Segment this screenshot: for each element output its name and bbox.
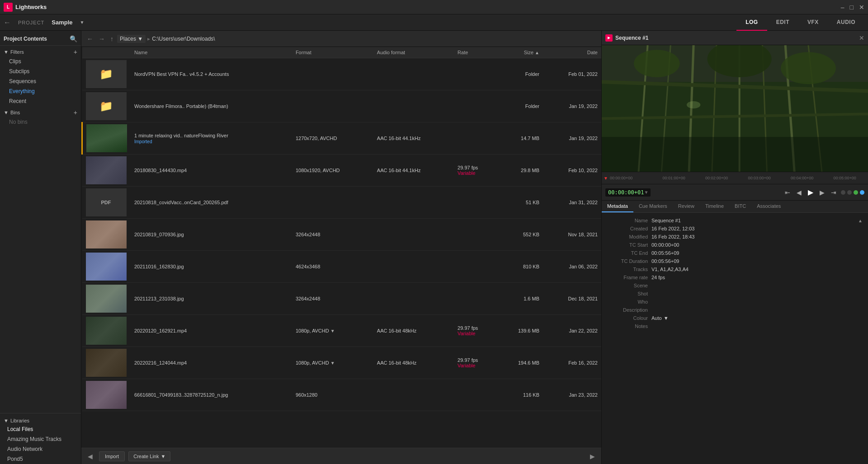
sidebar-item-clips[interactable]: Clips [0,56,81,66]
table-row[interactable]: 20211016_162830.jpg 4624x3468 810 KB Jan… [82,251,602,283]
file-name: 20220216_124044.mp4 [131,347,292,379]
scroll-right-button[interactable]: ▶ [587,452,598,461]
tab-audio[interactable]: AUDIO [828,14,864,31]
col-size[interactable]: Size ▲ [498,47,543,58]
video-preview[interactable] [602,45,868,172]
path-display: Places ▼ ▸ C:\Users\user\Downloads\ [117,35,215,43]
play-button[interactable]: ▶ [806,187,815,197]
table-row[interactable]: 20220216_124044.mp4 1080p, AVCHD ▼ AAC 1… [82,347,602,379]
table-row[interactable]: PDF 20210818_covidVacc..onCard_200265.pd… [82,187,602,219]
meta-value-name[interactable]: Sequence #1 [651,218,854,223]
scroll-left-button[interactable]: ◀ [85,452,95,461]
table-row[interactable]: 66616801_70499183..32878725120_n.jpg 960… [82,379,602,411]
col-date[interactable]: Date [543,47,601,58]
create-link-button[interactable]: Create Link ▼ [128,451,170,461]
file-audio [373,379,454,411]
file-table-container[interactable]: Name Format Audio format Rate Size [81,47,601,448]
tab-metadata[interactable]: Metadata [602,201,633,212]
meta-value-tc-end[interactable]: 00:05:56+09 [651,250,863,256]
file-format: 4624x3468 [292,251,373,283]
ruler-mark-2: 00:02:00+00 [695,176,738,180]
file-date: Jan 19, 2022 [543,90,601,122]
main-layout: Project Contents 🔍 ▼ Filters + Clips Sub… [0,31,868,464]
file-rate: 29.97 fps Variable [454,315,498,347]
table-row[interactable]: 📁 Wondershare Filmora.. Portable) (B4tma… [82,90,602,122]
ruler-mark-1: 00:01:00+00 [652,176,695,180]
go-to-end-button[interactable]: ⇥ [829,188,838,197]
sequence-title: Sequence #1 [615,35,856,41]
col-name[interactable]: Name [131,47,292,58]
libraries-label[interactable]: Libraries [10,418,29,423]
tab-cue-markers[interactable]: Cue Markers [633,201,673,212]
filters-arrow: ▼ [4,49,9,55]
project-name[interactable]: Sample [52,19,72,26]
pdf-icon: PDF [101,200,111,205]
file-table: Name Format Audio format Rate Size [81,47,601,411]
meta-row-frame-rate: Frame rate 24 fps [602,273,868,281]
app-logo-icon: L [4,3,13,12]
tab-associates[interactable]: Associates [751,201,786,212]
table-row[interactable]: 1 minute relaxing vid.. natureFlowing Ri… [82,122,602,155]
ruler-mark-3: 00:03:00+00 [738,176,781,180]
colour-dropdown-icon[interactable]: ▼ [664,315,669,321]
project-dropdown-icon[interactable]: ▼ [80,20,85,25]
sidebar-item-subclips[interactable]: Subclips [0,66,81,76]
library-item-pond5[interactable]: Pond5 [0,454,81,464]
nav-back-button[interactable]: ← [85,34,95,43]
meta-label-modified: Modified [607,234,648,239]
maximize-button[interactable]: □ [850,4,854,11]
back-icon[interactable]: ← [4,19,11,27]
meta-content: Name Sequence #1 ▲ Created 16 Feb 2022, … [602,213,868,464]
file-date: Feb 16, 2022 [543,347,601,379]
meta-label-tc-end: TC End [607,250,648,256]
sidebar-item-everything[interactable]: Everything [0,86,81,96]
bins-label[interactable]: Bins [10,110,20,115]
thumb-cell [82,347,131,379]
file-name: 20220120_162921.mp4 [131,315,292,347]
tab-edit[interactable]: EDIT [767,14,798,31]
nav-forward-button[interactable]: → [97,34,107,43]
indicator-2 [847,190,852,195]
table-row[interactable]: 20210819_070936.jpg 3264x2448 552 KB Nov… [82,219,602,251]
timecode-display[interactable]: 00:00:00+01 ▼ [605,188,651,197]
sidebar-item-recent[interactable]: Recent [0,96,81,106]
meta-collapse-icon[interactable]: ▲ [858,218,863,223]
step-back-button[interactable]: ◀ [795,188,803,197]
col-format[interactable]: Format [292,47,373,58]
file-size: 194.6 MB [498,347,543,379]
library-item-audio-network[interactable]: Audio Network [0,444,81,454]
col-rate[interactable]: Rate [454,47,498,58]
col-audio-format[interactable]: Audio format [373,47,454,58]
go-to-start-button[interactable]: ⇤ [783,188,792,197]
places-dropdown[interactable]: Places ▼ [117,35,146,43]
library-item-local-files[interactable]: Local Files [0,424,81,434]
tab-vfx[interactable]: VFX [798,14,828,31]
meta-value-tc-start[interactable]: 00:00:00+00 [651,242,863,248]
table-row[interactable]: 20220120_162921.mp4 1080p, AVCHD ▼ AAC 1… [82,315,602,347]
search-icon[interactable]: 🔍 [70,35,77,42]
import-button[interactable]: Import [99,451,125,461]
tab-review[interactable]: Review [673,201,700,212]
sidebar-item-sequences[interactable]: Sequences [0,76,81,86]
close-button[interactable]: ✕ [859,4,864,11]
tab-bitc[interactable]: BITC [729,201,751,212]
main-tabs: LOG EDIT VFX AUDIO [736,14,864,31]
filters-label[interactable]: Filters [10,49,24,55]
file-name: 1 minute relaxing vid.. natureFlowing Ri… [131,122,292,155]
table-row[interactable]: 📁 NordVPN Best VPN Fa.. v4.5.2 + Account… [82,58,602,90]
add-bin-button[interactable]: + [74,109,77,116]
tab-log[interactable]: LOG [736,14,767,31]
table-row[interactable]: 20180830_144430.mp4 1080x1920, AVCHD AAC… [82,155,602,187]
table-row[interactable]: 20211213_231038.jpg 3264x2448 1.6 MB Dec… [82,283,602,315]
nav-up-button[interactable]: ↑ [108,34,115,43]
close-sequence-button[interactable]: ✕ [859,34,864,42]
step-forward-button[interactable]: ▶ [818,188,826,197]
minimize-button[interactable]: – [841,4,844,11]
tc-dropdown-icon[interactable]: ▼ [645,190,647,195]
meta-value-colour[interactable]: Auto ▼ [651,315,863,321]
add-filter-button[interactable]: + [74,48,77,56]
library-item-amazing-music[interactable]: Amazing Music Tracks [0,434,81,444]
meta-label-who: Who [607,299,648,305]
tab-timeline[interactable]: Timeline [700,201,729,212]
svg-point-15 [781,52,836,84]
